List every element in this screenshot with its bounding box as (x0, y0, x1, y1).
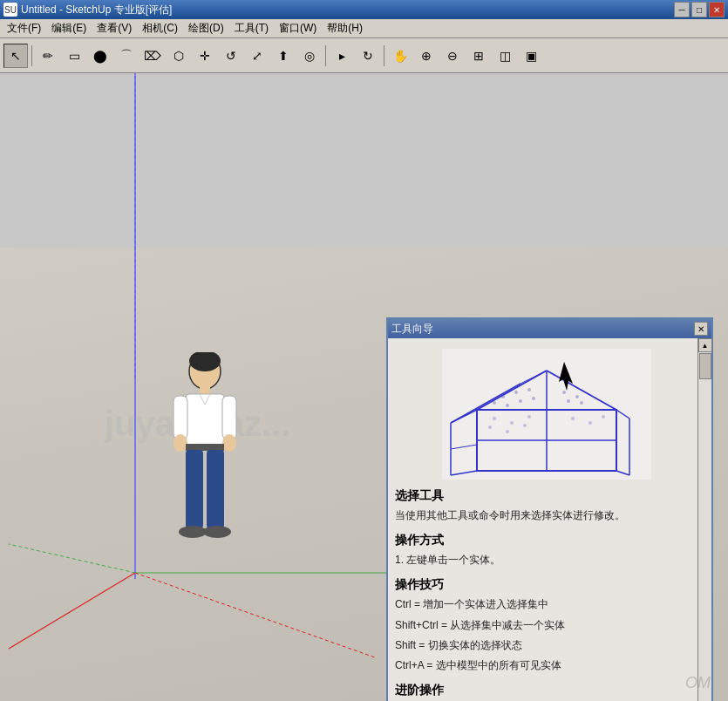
menu-bar: 文件(F)编辑(E)查看(V)相机(C)绘图(D)工具(T)窗口(W)帮助(H) (0, 19, 728, 38)
guide-tip-3: Ctrl+A = 选中模型中的所有可见实体 (395, 657, 697, 674)
menu-item-6[interactable]: 窗口(W) (274, 19, 322, 37)
tool-btn-rectangle[interactable]: ▭ (62, 44, 86, 68)
guide-image (442, 349, 651, 480)
guide-tip-2: Shift = 切换实体的选择状态 (395, 637, 697, 654)
scroll-thumb[interactable] (699, 353, 711, 379)
scroll-track[interactable] (698, 352, 711, 701)
menu-item-4[interactable]: 绘图(D) (183, 19, 229, 37)
menu-item-1[interactable]: 编辑(E) (46, 19, 92, 37)
svg-point-18 (203, 526, 231, 538)
svg-point-52 (589, 421, 592, 425)
guide-operation-1: 1. 左键单击一个实体。 (395, 552, 697, 568)
menu-item-5[interactable]: 工具(T) (229, 19, 274, 37)
tool-btn-scale[interactable]: ⤢ (245, 44, 269, 68)
svg-point-51 (571, 417, 575, 420)
svg-point-34 (501, 395, 505, 398)
close-button[interactable]: ✕ (709, 2, 725, 17)
app-icon: SU (3, 3, 17, 17)
svg-rect-10 (173, 396, 187, 439)
tool-btn-pencil[interactable]: ✏ (36, 44, 60, 68)
tool-btn-camera1[interactable]: ◫ (493, 44, 517, 68)
tool-btn-zoomout[interactable]: ⊖ (440, 44, 465, 68)
svg-point-45 (493, 417, 496, 420)
svg-point-12 (173, 434, 187, 452)
guide-tip-1: Shift+Ctrl = 从选择集中减去一个实体 (395, 617, 697, 634)
svg-point-40 (532, 397, 535, 400)
tool-btn-zoomin[interactable]: ⊕ (414, 44, 439, 68)
tool-btn-pushpull[interactable]: ⬆ (271, 44, 296, 68)
menu-item-0[interactable]: 文件(F) (2, 19, 46, 37)
svg-rect-9 (186, 394, 224, 446)
tool-btn-paint[interactable]: ⬡ (167, 44, 191, 68)
guide-section-operation: 操作方式 (395, 533, 697, 548)
svg-point-47 (527, 415, 531, 419)
window-title: Untitled - SketchUp 专业版[评估] (21, 3, 172, 17)
tool-btn-tape[interactable]: ▸ (330, 44, 354, 68)
tool-guide-content: 选择工具 当使用其他工具或命令时用来选择实体进行修改。 操作方式 1. 左键单击… (388, 338, 711, 701)
svg-rect-8 (200, 385, 210, 394)
svg-point-41 (562, 391, 566, 394)
svg-point-49 (506, 430, 509, 433)
guide-section-tips: 操作技巧 (395, 577, 697, 593)
maximize-button[interactable]: □ (691, 2, 707, 17)
menu-item-7[interactable]: 帮助(H) (322, 19, 368, 37)
svg-point-42 (575, 395, 579, 398)
guide-section-advanced: 进阶操作 (395, 683, 697, 698)
toolbar: ↖✏▭⬤⌒⌦⬡✛↺⤢⬆◎▸↻✋⊕⊖⊞◫▣ (0, 38, 728, 73)
tool-btn-move[interactable]: ✛ (193, 44, 217, 68)
svg-point-17 (179, 526, 207, 538)
scrollbar[interactable]: ▲ ▼ (697, 338, 711, 701)
tool-guide-panel: 工具向导 ✕ ▲ ▼ (386, 317, 713, 701)
svg-point-36 (527, 388, 531, 391)
tool-btn-rotate[interactable]: ↺ (219, 44, 243, 68)
svg-rect-14 (186, 444, 224, 451)
tool-btn-circle[interactable]: ⬤ (88, 44, 112, 68)
tool-btn-zoomextents[interactable]: ⊞ (466, 44, 491, 68)
minimize-button[interactable]: ─ (674, 2, 690, 17)
toolbar-sep-1 (31, 45, 32, 66)
tool-guide-title-bar: 工具向导 ✕ (388, 319, 711, 338)
toolbar-sep-12 (325, 45, 326, 66)
guide-main-title: 选择工具 (395, 488, 697, 504)
scroll-up-arrow[interactable]: ▲ (698, 338, 712, 352)
sky (0, 73, 728, 248)
guide-main-desc: 当使用其他工具或命令时用来选择实体进行修改。 (395, 507, 697, 524)
svg-rect-11 (222, 396, 236, 439)
tool-btn-arc[interactable]: ⌒ (114, 44, 139, 68)
svg-point-50 (523, 424, 527, 427)
svg-point-38 (506, 404, 509, 407)
svg-point-43 (580, 401, 583, 405)
human-figure (161, 352, 248, 579)
tool-btn-camera2[interactable]: ▣ (519, 44, 543, 68)
svg-point-35 (514, 391, 518, 394)
svg-point-37 (493, 401, 496, 405)
tool-btn-select[interactable]: ↖ (3, 44, 28, 68)
toolbar-sep-14 (384, 45, 384, 66)
menu-item-2[interactable]: 查看(V) (92, 19, 137, 37)
svg-point-39 (519, 399, 522, 403)
tool-btn-pan[interactable]: ✋ (388, 44, 412, 68)
viewport[interactable]: juyaoxiaz... 工具向导 ✕ (0, 73, 728, 701)
tool-btn-orbitlook[interactable]: ↻ (356, 44, 380, 68)
svg-point-48 (488, 425, 492, 429)
svg-point-46 (510, 421, 514, 425)
tool-guide-close-button[interactable]: ✕ (694, 322, 708, 336)
title-bar-left: SU Untitled - SketchUp 专业版[评估] (3, 3, 172, 17)
guide-tip-0: Ctrl = 增加一个实体进入选择集中 (395, 596, 697, 613)
svg-rect-15 (186, 450, 203, 528)
tool-btn-offset[interactable]: ◎ (297, 44, 322, 68)
corner-mark: OM (685, 674, 711, 692)
tool-btn-eraser[interactable]: ⌦ (140, 44, 165, 68)
title-bar: SU Untitled - SketchUp 专业版[评估] ─ □ ✕ (0, 0, 728, 19)
svg-point-13 (222, 434, 236, 452)
title-controls[interactable]: ─ □ ✕ (674, 2, 725, 17)
svg-rect-16 (207, 450, 224, 528)
svg-point-53 (602, 415, 605, 419)
svg-point-44 (567, 399, 570, 403)
menu-item-3[interactable]: 相机(C) (137, 19, 183, 37)
tool-guide-title: 工具向导 (391, 322, 433, 337)
